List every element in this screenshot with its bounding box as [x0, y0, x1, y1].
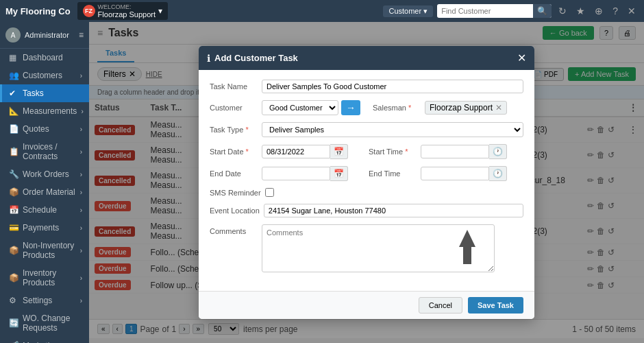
sms-reminder-checkbox[interactable]: [265, 188, 274, 197]
chevron-right-icon: ›: [81, 108, 83, 115]
event-location-input[interactable]: [264, 204, 523, 217]
task-name-input[interactable]: [262, 80, 523, 93]
modal-close-btn[interactable]: ✕: [517, 51, 526, 64]
start-date-cal-btn[interactable]: 📅: [330, 144, 348, 159]
salesman-remove-btn[interactable]: ✕: [495, 103, 502, 113]
help-btn[interactable]: ?: [610, 4, 621, 18]
comments-row: Comments: [210, 224, 523, 274]
customer-group: Customer Good Customer →: [210, 100, 360, 115]
task-type-group: Task Type Deliver Samples: [210, 122, 523, 137]
sidebar: A Administrator ≡ ▦ Dashboard 👥 Customer…: [0, 22, 89, 343]
comments-group: Comments: [210, 224, 495, 274]
invoices-icon: 📋: [9, 147, 18, 156]
sidebar-item-label: Non-Inventory Products: [23, 241, 76, 260]
task-type-select[interactable]: Deliver Samples: [262, 122, 523, 137]
sidebar-item-inventory[interactable]: 📦 Inventory Products ›: [0, 264, 89, 292]
customer-search-btn[interactable]: 🔍: [533, 4, 552, 18]
sidebar-item-label: Order Material: [23, 187, 75, 197]
sidebar-user-section: A Administrator ≡: [0, 22, 89, 49]
modal-title: Add Customer Task: [214, 53, 513, 63]
sidebar-item-settings[interactable]: ⚙ Settings ›: [0, 292, 89, 309]
customer-label: Customer: [210, 104, 258, 112]
sidebar-item-work-orders[interactable]: 🔧 Work Orders ›: [0, 165, 89, 183]
start-date-input[interactable]: [262, 145, 330, 158]
customer-dropdown-btn[interactable]: Customer ▾: [383, 5, 433, 17]
start-time-label: Start Time: [369, 147, 417, 156]
sidebar-item-schedule[interactable]: 📅 Schedule ›: [0, 201, 89, 219]
chevron-right-icon: ›: [80, 148, 82, 156]
customer-search-input[interactable]: [437, 5, 533, 16]
salesman-value: Floorzap Support: [430, 103, 493, 113]
chevron-right-icon: ›: [80, 297, 82, 305]
sidebar-item-tasks[interactable]: ✔ Tasks: [0, 84, 89, 102]
sidebar-item-label: Invoices / Contracts: [23, 142, 76, 161]
brand-logo: My Flooring Co: [5, 6, 71, 16]
modal-save-btn[interactable]: Save Task: [468, 297, 523, 314]
salesman-group: Salesman Floorzap Support ✕: [373, 100, 523, 115]
end-date-input-wrap: 📅: [262, 166, 348, 181]
end-date-input[interactable]: [262, 167, 330, 180]
task-name-label: Task Name: [210, 82, 258, 91]
sidebar-item-non-inventory[interactable]: 📦 Non-Inventory Products ›: [0, 237, 89, 264]
chevron-right-icon: ›: [80, 206, 82, 214]
chevron-right-icon: ›: [80, 126, 82, 133]
star-btn[interactable]: ★: [573, 4, 588, 18]
customer-select[interactable]: Good Customer: [262, 100, 338, 115]
sidebar-item-wo-change-requests[interactable]: 🔄 WO. Change Requests: [0, 309, 89, 337]
salesman-label: Salesman: [373, 104, 421, 112]
user-avatar: FZ: [83, 5, 95, 17]
sidebar-item-payments[interactable]: 💳 Payments ›: [0, 219, 89, 237]
task-type-row: Task Type Deliver Samples: [210, 122, 523, 137]
user-dropdown-arrow[interactable]: ▾: [158, 6, 162, 16]
start-time-clock-btn[interactable]: 🕐: [489, 144, 507, 159]
modal-footer: Cancel Save Task: [199, 291, 534, 319]
salesman-tag: Floorzap Support ✕: [425, 101, 507, 115]
quotes-icon: 📄: [9, 124, 18, 134]
dates-row: Start Date 📅 Start Time 🕐: [210, 144, 523, 159]
add-customer-task-modal: ℹ Add Customer Task ✕ Task Name: [199, 46, 534, 319]
comments-textarea[interactable]: [262, 224, 495, 272]
chevron-right-icon: ›: [80, 247, 82, 255]
modal-cancel-btn[interactable]: Cancel: [419, 297, 462, 314]
sidebar-item-label: Quotes: [23, 124, 49, 134]
sidebar-menu-icon[interactable]: ≡: [79, 30, 84, 40]
inventory-icon: 📦: [9, 273, 18, 283]
customer-input-row: Good Customer →: [262, 100, 360, 115]
measurements-icon: 📐: [9, 106, 18, 116]
top-nav-username: Floorzap Support: [98, 10, 156, 19]
payments-icon: 💳: [9, 223, 18, 233]
end-time-clock-btn[interactable]: 🕐: [489, 166, 507, 181]
end-time-input[interactable]: [421, 167, 489, 180]
event-location-row: Event Location: [210, 204, 523, 217]
end-date-cal-btn[interactable]: 📅: [330, 166, 348, 181]
start-time-input[interactable]: [421, 145, 489, 158]
sms-row: SMS Reminder: [210, 188, 523, 197]
start-time-group: Start Time 🕐: [369, 144, 507, 159]
sidebar-item-marketing[interactable]: 📢 Marketing ›: [0, 337, 89, 343]
sidebar-item-invoices-contracts[interactable]: 📋 Invoices / Contracts ›: [0, 138, 89, 165]
customer-navigate-btn[interactable]: →: [341, 100, 360, 115]
top-nav: My Flooring Co FZ WELCOME: Floorzap Supp…: [0, 0, 644, 22]
order-material-icon: 📦: [9, 187, 18, 197]
sidebar-item-label: Tasks: [23, 88, 44, 98]
sidebar-item-customers[interactable]: 👥 Customers ›: [0, 67, 89, 84]
comments-label: Comments: [210, 227, 258, 235]
sidebar-item-label: Customers: [23, 71, 62, 80]
close-nav-btn[interactable]: ✕: [625, 4, 639, 18]
sidebar-item-order-material[interactable]: 📦 Order Material ›: [0, 183, 89, 201]
sidebar-item-measurements[interactable]: 📐 Measurements ›: [0, 102, 89, 120]
sidebar-item-quotes[interactable]: 📄 Quotes ›: [0, 120, 89, 138]
sidebar-item-label: Inventory Products: [23, 268, 76, 287]
sidebar-item-label: Dashboard: [23, 53, 63, 62]
event-location-group: Event Location: [210, 204, 523, 217]
end-date-label: End Date: [210, 169, 258, 178]
grid-btn[interactable]: ⊕: [592, 4, 606, 18]
start-time-input-wrap: 🕐: [421, 144, 507, 159]
sidebar-item-label: WO. Change Requests: [23, 314, 82, 333]
sidebar-item-dashboard[interactable]: ▦ Dashboard: [0, 49, 89, 67]
refresh-btn[interactable]: ↻: [556, 4, 569, 18]
task-type-label: Task Type: [210, 126, 258, 134]
main-content: ≡ Tasks ← Go back ? 🖨 Tasks Filters ✕ HI…: [89, 22, 644, 343]
customer-search-box: 🔍: [437, 4, 552, 18]
end-time-group: End Time 🕐: [369, 166, 507, 181]
